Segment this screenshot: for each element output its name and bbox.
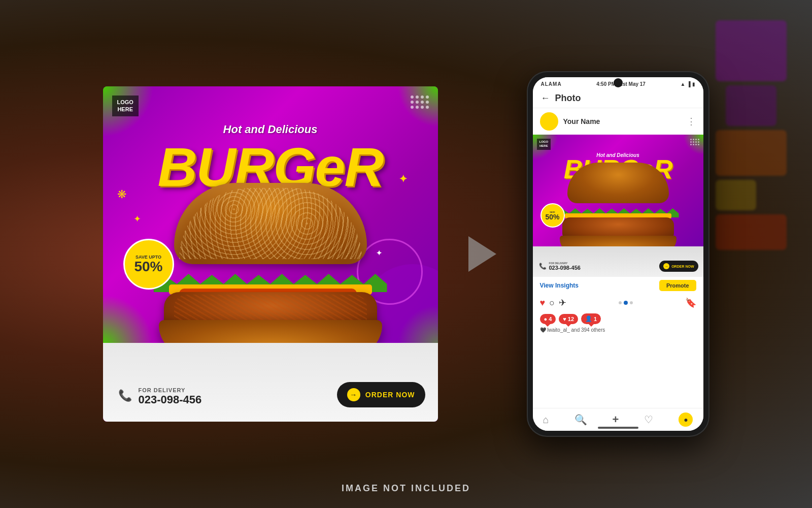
battery-icon: ▮ — [692, 81, 695, 87]
phone-discount-pct: 50% — [545, 213, 559, 220]
share-button[interactable]: ✈ — [559, 297, 566, 308]
nav-heart[interactable]: ♡ — [644, 414, 653, 426]
person-count: 1 — [594, 316, 597, 322]
signal-icon: ▐ — [687, 81, 690, 87]
left-actions: ♥ ○ ✈ — [540, 297, 567, 308]
dot-2 — [624, 301, 628, 305]
phone-order-label: ORDER NOW — [671, 265, 694, 268]
heart-button[interactable]: ♥ — [540, 298, 546, 308]
poster-delivery-info: 📞 FOR DELIVERY 023-098-456 — [118, 387, 202, 406]
poster-dots-decoration — [411, 96, 429, 109]
phone-delivery-number: 023-098-456 — [549, 265, 581, 271]
poster-order-button[interactable]: → ORDER NOW — [337, 382, 425, 407]
phone-phone-icon: 📞 — [539, 263, 547, 270]
user-menu-button[interactable]: ⋮ — [687, 116, 696, 127]
person-reaction: 👤 1 — [581, 313, 601, 324]
delivery-number: 023-098-456 — [139, 393, 202, 406]
order-arrow-icon: → — [347, 388, 360, 401]
phone-screen: ALAMA 4:50 PM | 1st May 17 ▲ ▐ ▮ ← Photo… — [533, 77, 703, 431]
nav-search[interactable]: 🔍 — [574, 414, 587, 426]
slide-indicators — [619, 301, 633, 305]
like-icon-small: ♥ — [563, 316, 566, 322]
phone-action-bar: ♥ ○ ✈ 🔖 — [533, 294, 703, 311]
bookmark-button[interactable]: 🔖 — [685, 297, 696, 308]
status-icons: ▲ ▐ ▮ — [681, 81, 695, 87]
insight-action-bar: View Insights Promote — [533, 277, 703, 294]
person-icon-small: 👤 — [585, 315, 592, 322]
reactions-row: ● 4 ♥ 12 👤 1 — [533, 311, 703, 326]
phone-poster-dots — [690, 139, 699, 145]
comment-button[interactable]: ○ — [549, 298, 555, 308]
nav-add[interactable]: + — [613, 413, 619, 426]
phone-delivery-info: 📞 FOR DELIVERY 023-098-456 — [539, 262, 581, 271]
comment-count: 4 — [549, 316, 552, 322]
bottom-caption: IMAGE NOT INCLUDED — [342, 483, 470, 494]
nav-profile[interactable]: ● — [679, 412, 693, 427]
like-count: 12 — [568, 316, 574, 322]
app-header: ← Photo — [533, 89, 703, 108]
poster-discount-badge: SAVE UPTO 50% — [123, 239, 174, 290]
phone-order-arrow: → — [663, 263, 669, 269]
dot-1 — [619, 301, 622, 304]
discount-percentage: 50% — [134, 260, 162, 274]
poster-tagline: Hot and Delicious — [223, 123, 318, 136]
back-button[interactable]: ← — [541, 93, 550, 104]
dot-3 — [630, 301, 633, 304]
poster-logo: LOGO HERE — [112, 96, 139, 116]
burger-bun-top — [174, 183, 367, 264]
like-reaction: ♥ 12 — [559, 314, 578, 324]
phone-order-button[interactable]: → ORDER NOW — [659, 261, 698, 272]
likes-text: 🖤 lwaito_al_ and 394 others — [533, 326, 703, 335]
phone-mockup: ALAMA 4:50 PM | 1st May 17 ▲ ▐ ▮ ← Photo… — [527, 71, 709, 437]
view-insights-button[interactable]: View Insights — [540, 282, 579, 289]
order-button-label: ORDER NOW — [365, 391, 415, 399]
phone-mini-poster: LOGO HERE Hot and Delicious BURGeR BEST … — [533, 135, 703, 277]
delivery-label: FOR DELIVERY — [139, 387, 202, 393]
burger-poster: LOGO HERE Hot and Delicious BURGeR BEST … — [103, 86, 438, 422]
user-avatar — [540, 112, 558, 131]
user-info-row: Your Name ⋮ — [533, 108, 703, 135]
carrier-text: ALAMA — [541, 81, 562, 87]
comment-reaction: ● 4 — [540, 314, 556, 324]
phone-camera — [614, 78, 623, 87]
delivery-text-block: FOR DELIVERY 023-098-456 — [139, 387, 202, 406]
arrow-shape — [468, 236, 496, 272]
phone-burger-visual — [542, 163, 694, 254]
phone-poster-logo: LOGO HERE — [537, 139, 551, 150]
nav-home[interactable]: ⌂ — [543, 414, 549, 426]
wifi-icon: ▲ — [681, 81, 686, 87]
comment-icon-small: ● — [544, 316, 548, 322]
pb-bun-top — [567, 163, 669, 203]
phone-delivery-text: FOR DELIVERY 023-098-456 — [549, 262, 581, 271]
promote-button[interactable]: Promote — [659, 280, 696, 291]
phone-home-indicator — [598, 427, 638, 429]
phone-discount-badge: SAVE 50% — [540, 203, 565, 228]
user-name-label: Your Name — [563, 117, 682, 125]
header-title: Photo — [555, 93, 695, 104]
direction-arrow — [468, 236, 496, 272]
phone-icon: 📞 — [118, 389, 133, 404]
burger-visual — [149, 183, 392, 356]
